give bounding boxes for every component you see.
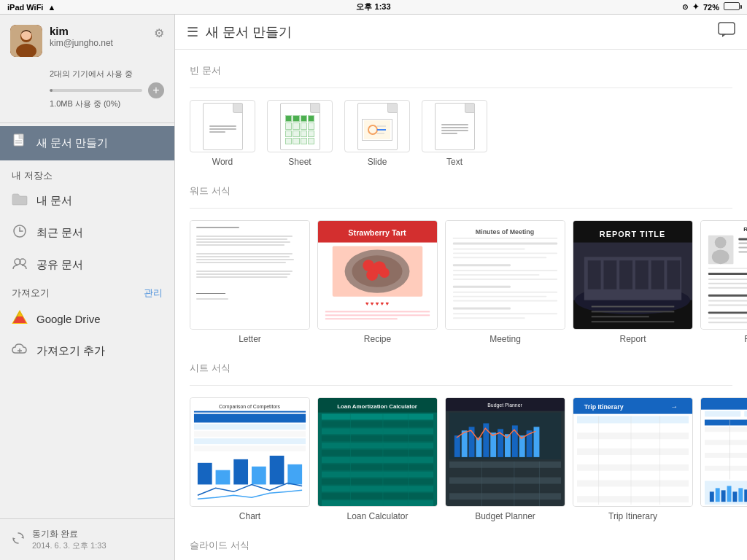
- chart-label: Chart: [190, 511, 310, 521]
- template-loan-calculator[interactable]: Loan Amortization Calculator: [317, 397, 438, 521]
- svg-rect-76: [738, 246, 747, 248]
- sync-status-text: 동기화 완료: [32, 528, 107, 540]
- svg-rect-177: [705, 459, 747, 464]
- settings-icon[interactable]: ⚙: [154, 26, 164, 40]
- svg-point-73: [712, 249, 729, 264]
- svg-rect-5: [19, 134, 23, 139]
- sheet-blank-thumb: [267, 100, 333, 152]
- clock-icon: [12, 224, 28, 242]
- svg-rect-34: [325, 314, 430, 316]
- template-letter[interactable]: Letter: [190, 220, 310, 344]
- svg-rect-92: [194, 414, 306, 423]
- svg-point-31: [379, 268, 390, 278]
- trip-itinerary-label: Trip Itinerary: [573, 511, 693, 521]
- sidebar-divider-1: [0, 122, 174, 123]
- svg-rect-101: [270, 456, 285, 485]
- svg-rect-65: [592, 306, 675, 307]
- svg-point-30: [366, 269, 378, 281]
- google-drive-label: Google Drive: [36, 313, 101, 325]
- svg-rect-58: [588, 260, 601, 289]
- svg-rect-48: [453, 292, 557, 293]
- svg-rect-33: [325, 311, 430, 312]
- svg-rect-114: [322, 472, 433, 478]
- add-storage-button[interactable]: +: [148, 82, 164, 98]
- svg-rect-83: [708, 295, 747, 297]
- meeting-label: Meeting: [445, 334, 565, 344]
- svg-rect-63: [667, 260, 680, 289]
- text-blank-icon: [435, 103, 475, 150]
- loan-thumb: Loan Amortization Calculator: [317, 397, 438, 507]
- svg-text:♥ ♥ ♥ ♥ ♥: ♥ ♥ ♥ ♥ ♥: [365, 300, 390, 307]
- template-slide-blank[interactable]: Slide: [344, 100, 410, 167]
- template-word-blank[interactable]: Word: [190, 100, 255, 167]
- template-recipe[interactable]: Strawberry Tart ♥ ♥ ♥ ♥ ♥: [317, 220, 438, 344]
- template-budget-planner[interactable]: Budget Planner: [445, 397, 565, 521]
- template-sheet-blank[interactable]: Sheet: [267, 100, 333, 167]
- sheet-blank-label: Sheet: [288, 157, 311, 167]
- svg-rect-45: [453, 274, 540, 276]
- template-trip-itinerary[interactable]: Trip Itinerary →: [573, 397, 693, 521]
- svg-rect-39: [453, 243, 557, 245]
- sidebar-item-new-doc[interactable]: 새 문서 만들기: [0, 126, 174, 160]
- shared-docs-label: 공유 문서: [36, 258, 83, 272]
- recipe-thumb: Strawberry Tart ♥ ♥ ♥ ♥ ♥: [317, 220, 438, 330]
- report-word-label: Report: [573, 334, 693, 344]
- svg-rect-158: [577, 472, 689, 479]
- battery-icon: [724, 2, 740, 12]
- svg-rect-187: [721, 490, 726, 502]
- add-external-label: 가져오기 추가: [36, 344, 105, 358]
- blank-section-title: 빈 문서: [190, 64, 732, 77]
- svg-rect-129: [476, 438, 481, 457]
- template-resume[interactable]: RESUME: [700, 220, 747, 344]
- sidebar-item-add-external[interactable]: 가져오기 추가: [0, 335, 174, 367]
- svg-rect-52: [453, 313, 557, 314]
- bluetooth-icon: ✦: [692, 2, 699, 12]
- sidebar-item-recent-docs[interactable]: 최근 문서: [0, 217, 174, 249]
- my-docs-label: 내 문서: [36, 194, 72, 208]
- template-chart[interactable]: Comparison of Competitors: [190, 397, 310, 521]
- message-icon[interactable]: [718, 22, 735, 42]
- svg-rect-140: [449, 478, 561, 484]
- template-sheet-report[interactable]: Report: [700, 397, 747, 521]
- svg-rect-46: [453, 279, 557, 280]
- svg-rect-185: [710, 491, 714, 502]
- sidebar-item-shared-docs[interactable]: 공유 문서: [0, 249, 174, 281]
- user-info: kim kim@jungho.net: [50, 25, 147, 48]
- svg-rect-41: [453, 252, 557, 254]
- svg-rect-157: [577, 464, 689, 471]
- svg-rect-151: [577, 416, 689, 424]
- sidebar: kim kim@jungho.net ⚙ 2대의 기기에서 사용 중 + 1.0…: [0, 15, 175, 560]
- svg-rect-126: [454, 435, 460, 457]
- svg-rect-178: [705, 466, 747, 471]
- battery-percent: 72%: [703, 3, 719, 12]
- cloud-add-icon: [12, 343, 28, 359]
- svg-rect-135: [519, 435, 525, 457]
- svg-rect-169: [744, 411, 747, 417]
- svg-text:Trip Itinerary: Trip Itinerary: [584, 403, 624, 411]
- svg-rect-109: [322, 435, 433, 441]
- template-text-blank[interactable]: Text: [422, 100, 487, 167]
- svg-text:RESUME: RESUME: [743, 226, 747, 233]
- sidebar-item-my-docs[interactable]: 내 문서: [0, 185, 174, 217]
- svg-rect-77: [738, 251, 747, 252]
- template-report[interactable]: REPORT TITLE Report: [573, 220, 693, 344]
- sync-icon: [12, 532, 25, 548]
- svg-rect-44: [453, 270, 557, 271]
- svg-rect-74: [738, 238, 747, 241]
- word-blank-label: Word: [212, 157, 233, 167]
- manage-button[interactable]: 관리: [144, 287, 163, 300]
- svg-rect-75: [738, 243, 747, 244]
- word-templates-grid: Letter Strawberry Tart: [190, 220, 732, 344]
- svg-rect-96: [194, 446, 306, 451]
- my-storage-header: 내 저장소: [0, 160, 174, 185]
- sidebar-item-google-drive[interactable]: Google Drive: [0, 303, 174, 335]
- hamburger-icon[interactable]: ☰: [187, 24, 198, 40]
- sheet-section-divider: [190, 385, 732, 386]
- letter-thumb: [190, 220, 310, 330]
- new-doc-label: 새 문서 만들기: [36, 136, 108, 150]
- svg-rect-191: [744, 489, 747, 502]
- text-blank-label: Text: [446, 157, 462, 167]
- svg-rect-152: [577, 424, 689, 431]
- template-meeting[interactable]: Minutes of Meeting: [445, 220, 565, 344]
- svg-rect-139: [449, 470, 561, 476]
